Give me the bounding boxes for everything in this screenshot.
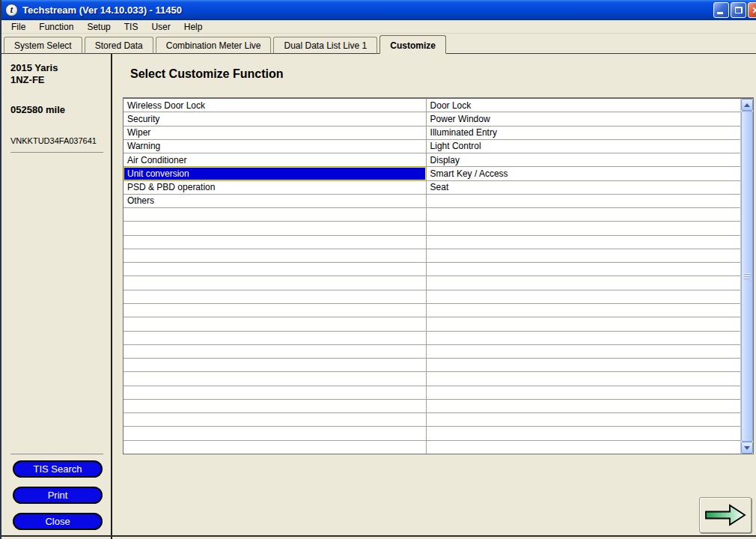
function-cell-empty xyxy=(427,249,740,262)
table-row: PSD & PBD operationSeat xyxy=(124,181,740,195)
function-cell-empty xyxy=(124,386,427,399)
function-cell-empty xyxy=(427,195,740,207)
tab-stored-data[interactable]: Stored Data xyxy=(85,37,153,54)
function-cell-empty xyxy=(124,400,427,412)
function-cell-warning[interactable]: Warning xyxy=(124,140,427,153)
scrollbar-thumb[interactable] xyxy=(741,111,753,442)
vin-number: VNKKTUD34FA037641 xyxy=(10,136,103,153)
menu-item-user[interactable]: User xyxy=(144,22,177,32)
table-row xyxy=(124,427,740,440)
odometer-value: 052580 mile xyxy=(10,104,105,115)
function-cell-others[interactable]: Others xyxy=(124,195,427,207)
close-button[interactable]: ✕ xyxy=(748,2,756,18)
restore-icon xyxy=(735,7,743,13)
table-row xyxy=(124,332,740,345)
function-cell-empty xyxy=(427,290,740,303)
function-cell-empty xyxy=(124,332,427,344)
function-cell-power-window[interactable]: Power Window xyxy=(427,112,740,125)
function-cell-empty xyxy=(427,317,740,330)
tab-customize[interactable]: Customize xyxy=(379,35,446,54)
print-button[interactable]: Print xyxy=(13,487,103,504)
tab-combination-meter-live[interactable]: Combination Meter Live xyxy=(156,37,272,54)
function-cell-empty xyxy=(124,236,427,249)
function-cell-smart-key-access[interactable]: Smart Key / Access xyxy=(427,167,740,180)
function-cell-wiper[interactable]: Wiper xyxy=(124,127,427,139)
close-button[interactable]: Close xyxy=(13,513,103,530)
function-cell-empty xyxy=(427,345,740,358)
page-title: Select Customize Function xyxy=(130,67,283,81)
function-cell-psd-pbd-operation[interactable]: PSD & PBD operation xyxy=(124,181,427,194)
minimize-button[interactable] xyxy=(713,2,729,18)
function-cell-door-lock[interactable]: Door Lock xyxy=(427,99,740,112)
function-cell-empty xyxy=(427,400,740,412)
function-cell-empty xyxy=(427,386,740,399)
function-cell-empty xyxy=(427,222,740,234)
table-row xyxy=(124,372,740,386)
menu-item-help[interactable]: Help xyxy=(177,22,210,32)
engine-code: 1NZ-FE xyxy=(10,74,105,86)
function-cell-empty xyxy=(124,290,427,303)
function-cell-empty xyxy=(427,332,740,344)
function-cell-empty xyxy=(124,427,427,439)
function-cell-display[interactable]: Display xyxy=(427,153,740,166)
table-row xyxy=(124,208,740,222)
function-cell-empty xyxy=(427,372,740,385)
function-cell-selected[interactable]: Unit conversion xyxy=(124,167,427,180)
table-row: Unit conversionSmart Key / Access xyxy=(124,167,740,180)
function-cell-seat[interactable]: Seat xyxy=(427,181,740,194)
function-cell-empty xyxy=(124,222,427,234)
chevron-up-icon xyxy=(744,103,750,107)
tab-system-select[interactable]: System Select xyxy=(4,37,82,54)
vertical-scrollbar[interactable] xyxy=(740,99,753,454)
table-rows: Wireless Door LockDoor LockSecurityPower… xyxy=(124,99,740,454)
menu-item-tis[interactable]: TIS xyxy=(118,22,145,32)
function-cell-security[interactable]: Security xyxy=(124,112,427,125)
scrollbar-grip xyxy=(744,273,750,280)
window-controls: ✕ xyxy=(713,2,756,18)
table-row xyxy=(124,413,740,427)
table-row xyxy=(124,317,740,331)
close-icon: ✕ xyxy=(752,6,756,15)
table-row: SecurityPower Window xyxy=(124,112,740,126)
table-row: Air ConditionerDisplay xyxy=(124,153,740,167)
customize-function-table: Wireless Door LockDoor LockSecurityPower… xyxy=(123,97,754,454)
tab-dual-data-list-live-1[interactable]: Dual Data List Live 1 xyxy=(273,37,377,54)
menu-item-function[interactable]: Function xyxy=(32,22,80,32)
window-bottom-edge xyxy=(1,535,756,537)
function-cell-empty xyxy=(427,427,740,439)
table-row xyxy=(124,276,740,290)
function-cell-empty xyxy=(427,276,740,289)
menu-item-file[interactable]: File xyxy=(4,22,32,32)
table-row: WiperIlluminated Entry xyxy=(124,127,740,140)
table-row xyxy=(124,441,740,454)
vehicle-model: 2015 Yaris xyxy=(10,62,105,74)
tab-strip: System SelectStored DataCombination Mete… xyxy=(1,34,756,54)
function-cell-wireless-door-lock[interactable]: Wireless Door Lock xyxy=(124,99,427,112)
function-cell-empty xyxy=(427,413,740,426)
restore-button[interactable] xyxy=(731,2,746,18)
next-button[interactable] xyxy=(699,497,752,533)
function-cell-air-conditioner[interactable]: Air Conditioner xyxy=(124,153,427,166)
function-cell-illuminated-entry[interactable]: Illuminated Entry xyxy=(427,127,740,139)
table-row xyxy=(124,400,740,413)
function-cell-empty xyxy=(427,441,740,454)
table-row xyxy=(124,386,740,400)
function-cell-light-control[interactable]: Light Control xyxy=(427,140,740,153)
scroll-down-button[interactable] xyxy=(741,442,753,454)
chevron-down-icon xyxy=(744,446,750,450)
sidebar-buttons: TIS SearchPrintClose xyxy=(10,460,105,532)
techstream-window: t Techstream (Ver 14.10.033) - 11450 ✕ F… xyxy=(0,0,756,539)
menu-item-setup[interactable]: Setup xyxy=(80,22,117,32)
techstream-logo-icon: t xyxy=(5,4,18,16)
function-cell-empty xyxy=(124,317,427,330)
table-row xyxy=(124,290,740,304)
function-cell-empty xyxy=(124,249,427,262)
main-panel: Select Customize Function Wireless Door … xyxy=(112,54,756,539)
tis-search-button[interactable]: TIS Search xyxy=(13,460,103,478)
function-cell-empty xyxy=(427,359,740,371)
green-arrow-right-icon xyxy=(704,502,747,529)
table-row xyxy=(124,345,740,359)
scroll-up-button[interactable] xyxy=(741,99,753,111)
function-cell-empty xyxy=(124,263,427,275)
title-bar: t Techstream (Ver 14.10.033) - 11450 ✕ xyxy=(1,0,756,20)
